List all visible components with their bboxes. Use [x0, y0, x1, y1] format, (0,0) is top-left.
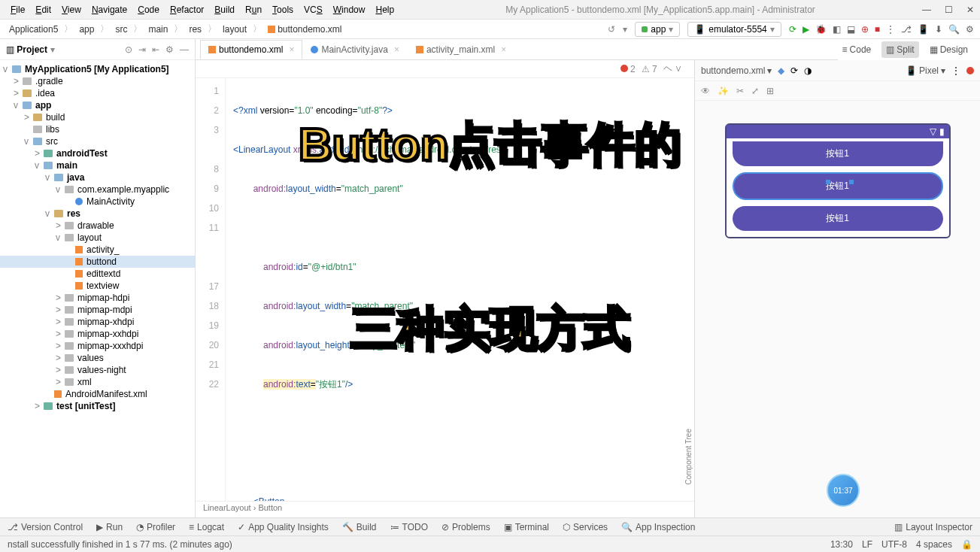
avd-icon[interactable]: 📱 — [918, 24, 929, 35]
sdk-icon[interactable]: ⬇ — [935, 24, 942, 35]
preview-theme-icon[interactable]: ◑ — [804, 65, 812, 76]
project-tab[interactable]: Project — [17, 44, 47, 55]
menu-code[interactable]: Code — [133, 2, 164, 17]
tree-item[interactable]: >test [unitTest] — [0, 400, 195, 412]
tree-item[interactable]: vsrc — [0, 135, 195, 147]
tool-inspection[interactable]: 🔍 App Inspection — [621, 522, 695, 532]
tool-quality[interactable]: ✓ App Quality Insights — [238, 522, 329, 532]
tool-build[interactable]: 🔨 Build — [342, 522, 377, 532]
git-icon[interactable]: ⎇ — [901, 24, 912, 35]
tree-item[interactable]: >mipmap-xhdpi — [0, 316, 195, 328]
close-icon[interactable]: ✕ — [966, 5, 974, 15]
collapse-icon[interactable]: ⇥ — [138, 44, 146, 55]
hide-icon[interactable]: — — [180, 44, 189, 55]
run-icon[interactable]: ▶ — [803, 24, 809, 35]
debug-icon[interactable]: 🐞 — [815, 24, 827, 35]
tree-item[interactable]: libs — [0, 123, 195, 135]
tool-layout-inspector[interactable]: ▥ Layout Inspector — [894, 522, 972, 532]
tree-item[interactable]: >values — [0, 352, 195, 364]
tool-logcat[interactable]: ≡ Logcat — [189, 522, 224, 532]
tree-item[interactable]: >values-night — [0, 364, 195, 376]
tree-item[interactable]: >mipmap-mdpi — [0, 304, 195, 316]
locate-icon[interactable]: ⊙ — [125, 44, 132, 55]
crumb[interactable]: Application5 — [6, 23, 61, 35]
tree-item[interactable]: >.idea — [0, 87, 195, 99]
preview-error-icon[interactable] — [966, 67, 974, 74]
editor-tab[interactable]: buttondemo.xml× — [200, 40, 302, 59]
error-indicator[interactable]: 2 — [620, 64, 636, 74]
crumb-file[interactable]: buttondemo.xml — [265, 23, 344, 35]
tree-item[interactable]: >mipmap-xxxhdpi — [0, 340, 195, 352]
device-select[interactable]: 📱emulator-5554▾ — [687, 22, 781, 37]
search-icon[interactable]: 🔍 — [948, 24, 960, 35]
preview-file-dd[interactable]: buttondemo.xml ▾ — [701, 65, 772, 76]
menu-run[interactable]: Run — [241, 2, 266, 17]
settings-icon[interactable]: ⚙ — [966, 24, 974, 35]
wand-icon[interactable]: ✨ — [718, 86, 729, 96]
more-icon[interactable]: ⋮ — [886, 24, 895, 35]
tree-item[interactable]: >mipmap-xxhdpi — [0, 328, 195, 340]
zoom-icon[interactable]: ⤢ — [751, 86, 759, 96]
menu-navigate[interactable]: Navigate — [87, 2, 132, 17]
preview-button-1[interactable]: 按钮1 — [733, 141, 943, 166]
dropdown-icon[interactable]: ▾ — [623, 24, 627, 35]
menu-window[interactable]: Window — [329, 2, 370, 17]
tree-item[interactable]: vres — [0, 208, 195, 220]
tree-item[interactable]: >mipmap-hdpi — [0, 292, 195, 304]
warning-indicator[interactable]: ⚠ 7 — [642, 64, 657, 74]
expand-icon[interactable]: ⇤ — [152, 44, 159, 55]
status-caret[interactable]: 13:30 — [830, 539, 853, 550]
code-breadcrumb[interactable]: LinearLayout › Button — [196, 501, 694, 517]
tool-todo[interactable]: ≔ TODO — [390, 522, 428, 532]
crumb[interactable]: layout — [220, 23, 250, 35]
preview-button-3[interactable]: 按钮1 — [733, 206, 943, 231]
crumb[interactable]: app — [76, 23, 97, 35]
cut-icon[interactable]: ✂ — [736, 86, 744, 96]
tree-item[interactable]: >.gradle — [0, 75, 195, 87]
tree-item[interactable]: buttond — [0, 256, 195, 268]
tree-item[interactable]: AndroidManifest.xml — [0, 388, 195, 400]
tree-item[interactable]: >androidTest — [0, 147, 195, 159]
tool-vcs[interactable]: ⎇ Version Control — [8, 522, 83, 532]
tool-run[interactable]: ▶ Run — [96, 522, 123, 532]
run-config[interactable]: app▾ — [635, 22, 680, 37]
tool-profiler[interactable]: ◔ Profiler — [136, 522, 175, 532]
preview-more-icon[interactable]: ⋮ — [951, 65, 960, 76]
view-design[interactable]: ▦ Design — [925, 41, 972, 58]
menu-view[interactable]: View — [57, 2, 86, 17]
tree-item[interactable]: vapp — [0, 99, 195, 111]
project-tree[interactable]: vMyApplication5 [My Application5]>.gradl… — [0, 60, 195, 517]
preview-button-2[interactable]: 按钮1 — [733, 172, 943, 200]
preview-palette-icon[interactable]: ◆ — [778, 65, 784, 76]
stop-icon[interactable]: ■ — [875, 24, 880, 35]
menu-file[interactable]: File — [6, 2, 29, 17]
tree-item[interactable]: MainActivity — [0, 196, 195, 208]
status-lf[interactable]: LF — [862, 539, 872, 550]
minimize-icon[interactable]: — — [922, 5, 931, 15]
code-editor[interactable]: <?xml version="1.0" encoding="utf-8"?> <… — [226, 78, 694, 501]
editor-tab[interactable]: MainActivity.java× — [302, 40, 408, 59]
profile-icon[interactable]: ◧ — [833, 24, 841, 35]
crumb[interactable]: src — [112, 23, 130, 35]
crumb[interactable]: res — [186, 23, 205, 35]
status-indent[interactable]: 4 spaces — [916, 539, 952, 550]
eye-icon[interactable]: 👁 — [701, 86, 710, 96]
tree-item[interactable]: vcom.example.myapplic — [0, 183, 195, 196]
coverage-icon[interactable]: ⬓ — [847, 24, 855, 35]
tree-item[interactable]: textview — [0, 280, 195, 292]
crumb[interactable]: main — [145, 23, 171, 35]
status-lock-icon[interactable]: 🔒 — [961, 539, 972, 550]
maximize-icon[interactable]: ☐ — [945, 5, 953, 15]
menu-edit[interactable]: Edit — [31, 2, 56, 17]
tree-item[interactable]: >build — [0, 111, 195, 123]
editor-tab[interactable]: activity_main.xml× — [408, 40, 514, 59]
tree-item[interactable]: activity_ — [0, 244, 195, 256]
menu-help[interactable]: Help — [371, 2, 399, 17]
tree-item[interactable]: vlayout — [0, 232, 195, 244]
grid-icon[interactable]: ⊞ — [766, 86, 774, 96]
gear-icon[interactable]: ⚙ — [165, 44, 174, 55]
preview-refresh-icon[interactable]: ⟳ — [790, 65, 798, 76]
view-split[interactable]: ▥ Split — [881, 41, 918, 58]
menu-tools[interactable]: Tools — [268, 2, 298, 17]
tool-problems[interactable]: ⊘ Problems — [441, 522, 490, 532]
